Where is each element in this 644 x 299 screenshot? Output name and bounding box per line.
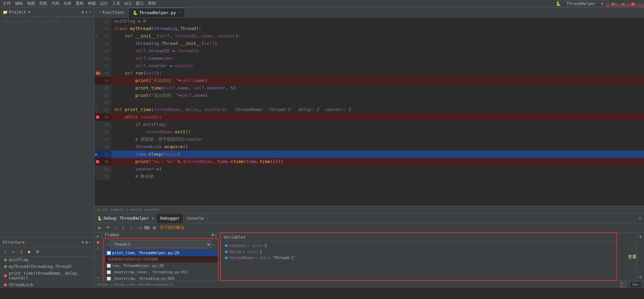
line-content-22 [111, 99, 644, 106]
menu-build[interactable]: 构建 [88, 1, 96, 6]
line-content-16: self.name=name [111, 55, 644, 62]
frames-header: Frames ⊞ ↓ [102, 233, 220, 238]
tab-debugger[interactable]: Debugger [157, 214, 183, 223]
arrow-18: ➔ [99, 71, 101, 76]
step-out-btn[interactable]: ↑ [127, 224, 135, 232]
fields-btn[interactable]: ℹ [18, 248, 25, 255]
structure-item-mythread[interactable]: myThread(threading.Thread) [0, 263, 94, 270]
menu-refactor[interactable]: 重构 [76, 1, 84, 6]
code-line-25: 25 if exitFlag: [95, 121, 644, 128]
code-line-27: 27 # 获取锁，用于线程同步counter [95, 136, 644, 143]
step-into-btn[interactable]: ↓ [112, 224, 119, 232]
menu-window[interactable]: 窗口 [136, 1, 144, 6]
functions-icon: ⚡ [99, 10, 101, 15]
tab-threadhelper[interactable]: 🐍 ThreadHelper.py × [129, 8, 185, 17]
frame-item-3[interactable]: ⬜ _bootstrap_inner, threading.py:917 [104, 269, 218, 275]
hide-icon[interactable]: − [89, 10, 92, 15]
structure-item-threadlock[interactable]: threadLock [0, 281, 94, 288]
settings3-btn[interactable]: ⚙ [34, 248, 41, 255]
tab-close-icon[interactable]: × [179, 11, 181, 15]
code-line-19: 19 print("开始线程："+self.name) [95, 77, 644, 84]
var-item-threadname: threadName = {str} 'Thread-2' [221, 255, 616, 261]
debug-options-icon[interactable]: ∞ [639, 275, 642, 279]
download-speed: 0K/s [620, 285, 627, 288]
structure-item-exitflag[interactable]: exitFlag [0, 256, 94, 263]
breakpoint-24[interactable] [96, 115, 99, 119]
down-arrow-icon[interactable]: ↓ [215, 233, 217, 237]
resume-btn[interactable]: ▶ [96, 224, 103, 232]
stop-debug-icon[interactable]: ■ [97, 240, 99, 245]
mythread-icon [4, 265, 7, 268]
gutter-20: 20 [95, 84, 111, 92]
expand-icon[interactable]: ↕ [85, 10, 88, 15]
menu-run[interactable]: 运行 [100, 1, 108, 6]
mute-breakpoints-icon[interactable]: ⊗ [97, 246, 99, 250]
code-line-16: 16 self.name=name [95, 55, 644, 62]
frame-item-0[interactable]: ⬜ print_time, ThreadHelper.py:29 [104, 250, 218, 256]
variables-list: counter = {int} 5 delay = {int} 2 [221, 241, 616, 280]
settings2-icon[interactable]: ⚙ [85, 240, 88, 245]
line-content-28: threadLock.acquire() [111, 143, 644, 151]
var-dot-counter [225, 244, 228, 247]
menu-analyze[interactable]: 分析 [63, 1, 72, 6]
step-into-my-btn[interactable]: ⤵ [120, 224, 127, 232]
var-item-delay: delay = {int} 2 [221, 249, 616, 255]
menu-edit[interactable]: 编辑 [15, 1, 23, 6]
debug-session: ThreadHelper [120, 216, 149, 221]
breakpoint-30[interactable] [96, 160, 99, 163]
project-dropdown-icon[interactable]: ▼ [28, 10, 30, 14]
menu-view[interactable]: 视图 [27, 1, 35, 6]
menu-help[interactable]: 帮助 [148, 1, 156, 6]
inherited-btn[interactable]: ● [9, 248, 17, 255]
debug-main-content: ▶ ■ ⊗ ◼ Frames ⊞ ↓ [95, 233, 644, 281]
thread-select[interactable]: Thread-2 [110, 240, 212, 248]
debug-settings-icon[interactable]: ⚙ [639, 216, 641, 221]
run-to-cursor-btn[interactable]: →| [135, 224, 143, 232]
left-sidebar: 📁 Project ▼ ⚙ ↕ − [Project files - blurr… [0, 7, 95, 288]
project-tree: [Project files - blurred] [0, 17, 94, 237]
evaluate-btn[interactable]: ⌨ [143, 224, 150, 232]
sort-alpha-btn[interactable]: ↕ [1, 248, 9, 255]
debug-right-settings: ⚙ [636, 216, 641, 221]
menu-vcs[interactable]: VCS [124, 1, 132, 6]
frame-item-2[interactable]: ⬜ run, ThreadHelper.py:20 [104, 263, 218, 269]
add-watch-icon[interactable]: + [639, 234, 642, 239]
menu-code[interactable]: 代码 [51, 1, 59, 6]
line-content-27: # 获取锁，用于线程同步counter [111, 136, 644, 143]
functions-tab-label: Functions [102, 10, 124, 15]
code-line-20: 20 print_time(self.name, self.counter, 5… [95, 84, 644, 92]
frames-header-icons: ⊞ ↓ [212, 233, 217, 237]
sort-icon[interactable]: ≡ [81, 240, 84, 245]
gutter-30: 30 [95, 158, 111, 165]
trace-btn[interactable]: ⊞ [151, 224, 158, 232]
frame-item-1[interactable]: 当前线程已经执行完了N次线程 [104, 256, 218, 263]
settings-icon[interactable]: ⚙ [81, 10, 84, 15]
menu-tools[interactable]: 工具 [112, 1, 120, 6]
debug-close-btn[interactable]: × [152, 216, 154, 221]
resume-icon[interactable]: ▶ [97, 234, 99, 239]
line-content-11: exitFlag = 0 [111, 18, 644, 25]
expand-frames-icon[interactable]: ⊞ [212, 233, 214, 237]
thread-icon: ≡ [107, 243, 109, 246]
gutter-23: ▼23 [95, 106, 111, 113]
speed-value: 54× [632, 282, 639, 287]
step-over-btn[interactable]: ↷ [104, 224, 111, 232]
structure-title: Structure [3, 240, 25, 245]
network-speeds: 0K/s 0K/s [620, 281, 627, 288]
code-line-14: 14 threading.Thread.__init__(self) [95, 40, 644, 47]
var-key-counter: counter [229, 243, 246, 248]
expand-all-btn[interactable]: ▶ [26, 248, 33, 255]
hide2-icon[interactable]: − [89, 240, 92, 245]
frames-outer-box: ≡ Thread-2 ↓ ⬜ print_time, ThreadHelper.… [103, 238, 218, 281]
threadlock-icon [4, 283, 7, 286]
structure-item-printtime[interactable]: print_time(threadName, delay, counter) [0, 270, 94, 281]
frame-item-4[interactable]: ⬜ _bootstrap, threading.py:885 [104, 275, 218, 281]
tab-functions[interactable]: ⚡ Functions [95, 8, 129, 17]
menu-bar: 文件 编辑 视图 导航 代码 分析 重构 构建 运行 工具 VCS 窗口 帮助 … [0, 0, 644, 7]
menu-file[interactable]: 文件 [3, 1, 11, 6]
tab-console[interactable]: Console [183, 214, 208, 223]
var-key-delay: delay [229, 249, 241, 254]
menu-navigate[interactable]: 导航 [39, 1, 47, 6]
line-content-17: self.counter = counter [111, 62, 644, 70]
code-editor[interactable]: 11 exitFlag = 0 12 class myThread(thread… [95, 18, 644, 206]
